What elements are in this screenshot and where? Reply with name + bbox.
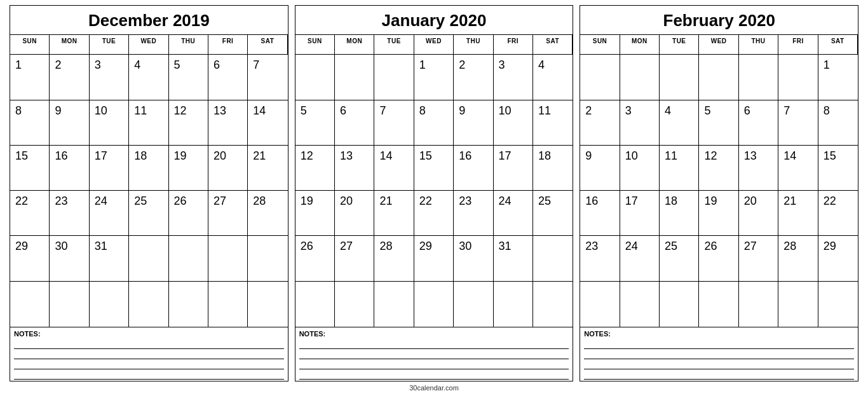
day-cell: 14 [374, 146, 414, 191]
day-cell: 20 [739, 191, 778, 236]
day-cell: 27 [335, 236, 374, 281]
day-cell [699, 282, 738, 327]
day-cell: 23 [454, 191, 493, 236]
day-cell: 21 [778, 191, 818, 236]
day-cell: 22 [10, 191, 50, 236]
day-cell: 31 [90, 236, 129, 281]
day-cell: 9 [50, 100, 89, 146]
day-cell: 5 [169, 55, 208, 100]
day-cell [454, 282, 493, 327]
day-cell: 12 [295, 146, 335, 191]
day-cell [533, 282, 573, 327]
day-cell: 14 [778, 146, 818, 191]
day-cell [295, 55, 335, 100]
day-cell: 20 [335, 191, 374, 236]
day-cell: 6 [739, 100, 778, 146]
day-cell [699, 55, 738, 100]
calendar-dec2019: December 2019SUNMONTUEWEDTHUFRISAT123456… [10, 5, 288, 381]
day-cell: 2 [50, 55, 89, 100]
day-cell [295, 282, 335, 327]
day-cell: 12 [699, 146, 738, 191]
day-cell: 20 [208, 146, 248, 191]
day-cell: 26 [169, 191, 208, 236]
day-cell [248, 282, 287, 327]
day-cell: 25 [129, 191, 168, 236]
notes-line [584, 369, 854, 380]
day-cell: 1 [818, 55, 858, 100]
calendar-title-feb2020: February 2020 [580, 6, 858, 35]
day-cell: 28 [778, 236, 818, 281]
day-of-week-header: THU [169, 35, 208, 55]
day-cell [818, 282, 858, 327]
day-cell: 17 [90, 146, 129, 191]
day-cell: 15 [414, 146, 454, 191]
day-cell: 1 [10, 55, 50, 100]
day-cell: 6 [208, 55, 248, 100]
day-cell [533, 236, 573, 281]
day-cell: 11 [660, 146, 699, 191]
day-cell: 10 [494, 100, 533, 146]
day-cell [374, 282, 414, 327]
day-cell: 7 [248, 55, 287, 100]
notes-line [14, 339, 284, 349]
day-cell [660, 55, 699, 100]
day-cell: 15 [818, 146, 858, 191]
day-cell: 30 [454, 236, 493, 281]
day-cell: 9 [454, 100, 493, 146]
day-cell: 5 [295, 100, 335, 146]
day-of-week-header: FRI [208, 35, 248, 55]
day-cell: 18 [129, 146, 168, 191]
day-of-week-header: WED [129, 35, 168, 55]
day-cell: 26 [699, 236, 738, 281]
day-cell [129, 236, 168, 281]
notes-section-jan2020: NOTES: [295, 327, 573, 381]
calendars-wrapper: December 2019SUNMONTUEWEDTHUFRISAT123456… [6, 5, 862, 381]
day-cell: 24 [90, 191, 129, 236]
day-cell: 13 [335, 146, 374, 191]
day-cell: 27 [208, 191, 248, 236]
day-cell [208, 282, 248, 327]
day-cell: 14 [248, 100, 287, 146]
day-cell: 29 [414, 236, 454, 281]
day-of-week-header: FRI [494, 35, 533, 55]
day-cell: 3 [90, 55, 129, 100]
footer: 30calendar.com [6, 381, 862, 393]
day-cell: 18 [533, 146, 573, 191]
day-cell: 4 [129, 55, 168, 100]
day-cell: 17 [620, 191, 660, 236]
day-of-week-header: THU [454, 35, 493, 55]
day-cell: 28 [374, 236, 414, 281]
day-cell [620, 282, 660, 327]
day-cell [335, 282, 374, 327]
day-cell: 3 [620, 100, 660, 146]
day-of-week-header: TUE [90, 35, 129, 55]
calendar-grid-dec2019: SUNMONTUEWEDTHUFRISAT1234567891011121314… [10, 35, 288, 327]
day-cell: 29 [10, 236, 50, 281]
notes-line [584, 349, 854, 359]
day-of-week-header: TUE [660, 35, 699, 55]
day-of-week-header: MON [50, 35, 89, 55]
day-cell: 21 [374, 191, 414, 236]
calendar-title-jan2020: January 2020 [295, 6, 573, 35]
notes-line [584, 359, 854, 369]
day-cell [580, 55, 620, 100]
day-of-week-header: SAT [818, 35, 858, 55]
day-cell: 8 [414, 100, 454, 146]
day-of-week-header: WED [414, 35, 454, 55]
calendar-grid-feb2020: SUNMONTUEWEDTHUFRISAT1234567891011121314… [580, 35, 858, 327]
day-cell: 23 [580, 236, 620, 281]
day-cell: 9 [580, 146, 620, 191]
notes-line [299, 339, 569, 349]
day-cell: 17 [494, 146, 533, 191]
day-cell [739, 282, 778, 327]
day-cell [248, 236, 287, 281]
day-cell [10, 282, 50, 327]
day-of-week-header: FRI [778, 35, 818, 55]
day-cell: 13 [208, 100, 248, 146]
day-cell: 8 [10, 100, 50, 146]
day-cell: 22 [414, 191, 454, 236]
day-cell: 13 [739, 146, 778, 191]
day-cell: 10 [620, 146, 660, 191]
day-cell: 4 [533, 55, 573, 100]
day-of-week-header: SAT [533, 35, 573, 55]
